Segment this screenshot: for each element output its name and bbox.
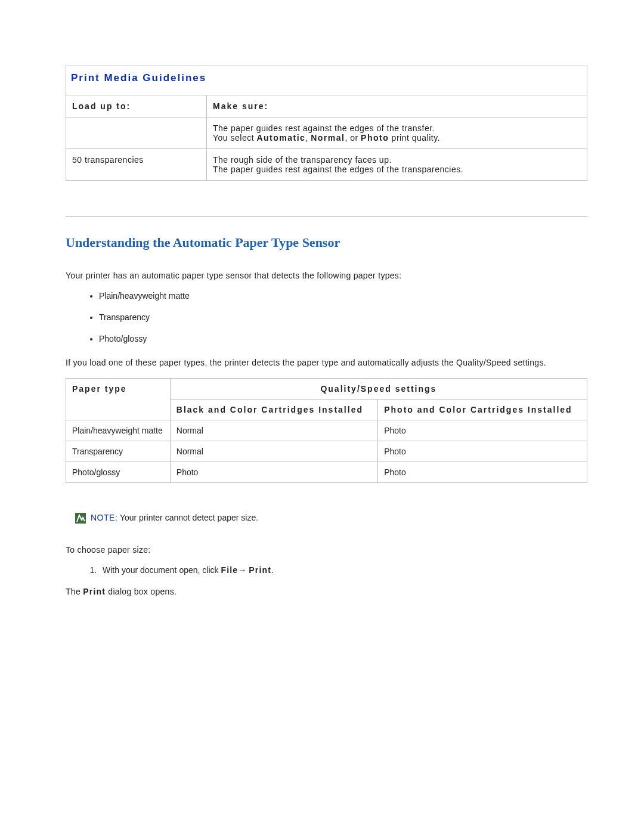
line: The paper guides rest against the edges … [213, 165, 581, 174]
table-row: Transparency Normal Photo [66, 441, 587, 462]
column-header-papertype: Paper type [66, 379, 171, 420]
table-row: 50 transparencies The rough side of the … [66, 149, 587, 181]
document-page: Print Media Guidelines Load up to: Make … [0, 0, 644, 643]
list-item: Photo/glossy [99, 334, 587, 343]
note-text: NOTE: Your printer cannot detect paper s… [91, 513, 258, 522]
column-header-makesure: Make sure: [206, 95, 587, 117]
intro-paragraph: Your printer has an automatic paper type… [66, 271, 587, 280]
column-header-black: Black and Color Cartridges Installed [170, 400, 377, 420]
cell-makesure-1: The paper guides rest against the edges … [206, 117, 587, 149]
cell-paper: Plain/heavyweight matte [66, 420, 171, 441]
separator [66, 216, 587, 217]
cell-load-transparencies: 50 transparencies [66, 149, 207, 181]
list-item: Transparency [99, 312, 587, 322]
table-title: Print Media Guidelines [66, 66, 587, 95]
steps-list: With your document open, click File→ Pri… [66, 565, 587, 575]
paper-types-list: Plain/heavyweight matte Transparency Pho… [66, 291, 587, 343]
table-row: The paper guides rest against the edges … [66, 117, 587, 149]
cell-black: Photo [170, 462, 377, 483]
line: You select Automatic, Normal, or Photo p… [213, 133, 581, 143]
list-item: Plain/heavyweight matte [99, 291, 587, 301]
step-substep: The Print dialog box opens. [66, 587, 587, 596]
cell-photo: Photo [378, 441, 587, 462]
note-block: NOTE: Your printer cannot detect paper s… [75, 513, 587, 524]
cell-paper: Photo/glossy [66, 462, 171, 483]
cell-paper: Transparency [66, 441, 171, 462]
table-row: Plain/heavyweight matte Normal Photo [66, 420, 587, 441]
section-heading: Understanding the Automatic Paper Type S… [66, 235, 587, 250]
column-header-load: Load up to: [66, 95, 207, 117]
line: The paper guides rest against the edges … [213, 123, 581, 133]
step-item: With your document open, click File→ Pri… [99, 565, 587, 575]
note-icon [75, 513, 86, 524]
cell-photo: Photo [378, 462, 587, 483]
cell-load-empty [66, 117, 207, 149]
cell-black: Normal [170, 420, 377, 441]
line: The rough side of the transparency faces… [213, 155, 581, 165]
choose-lead: To choose paper size: [66, 545, 587, 555]
print-media-guidelines-table: Print Media Guidelines Load up to: Make … [66, 66, 587, 181]
cell-black: Normal [170, 441, 377, 462]
note-label: NOTE: [91, 513, 117, 522]
column-header-photo: Photo and Color Cartridges Installed [378, 400, 587, 420]
column-header-settings: Quality/Speed settings [170, 379, 587, 400]
body-paragraph: If you load one of these paper types, th… [66, 358, 587, 367]
table-row: Photo/glossy Photo Photo [66, 462, 587, 483]
cell-makesure-2: The rough side of the transparency faces… [206, 149, 587, 181]
cell-photo: Photo [378, 420, 587, 441]
quality-speed-table: Paper type Quality/Speed settings Black … [66, 378, 587, 483]
